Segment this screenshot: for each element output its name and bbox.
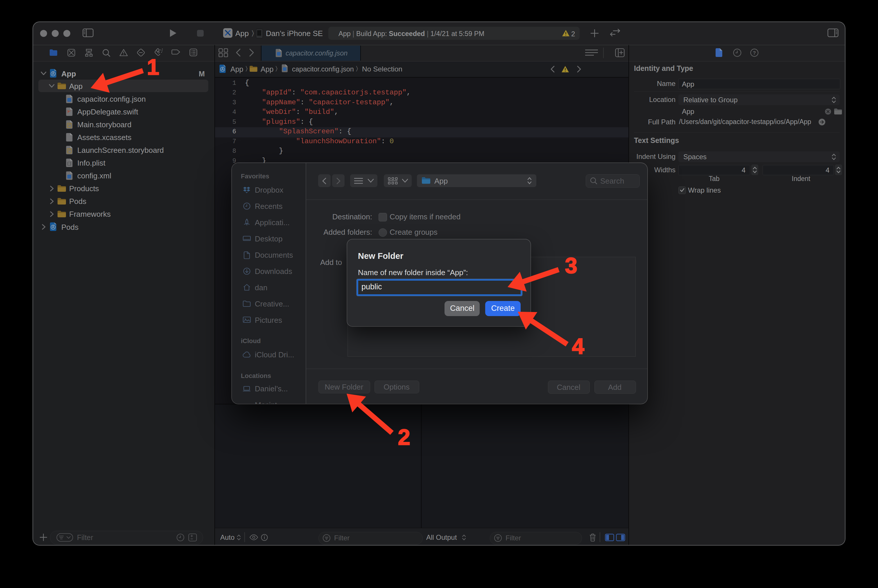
svg-text:3: 3 — [565, 253, 577, 278]
svg-text:4: 4 — [572, 334, 584, 358]
svg-text:2: 2 — [398, 425, 410, 449]
svg-text:1: 1 — [147, 55, 159, 79]
